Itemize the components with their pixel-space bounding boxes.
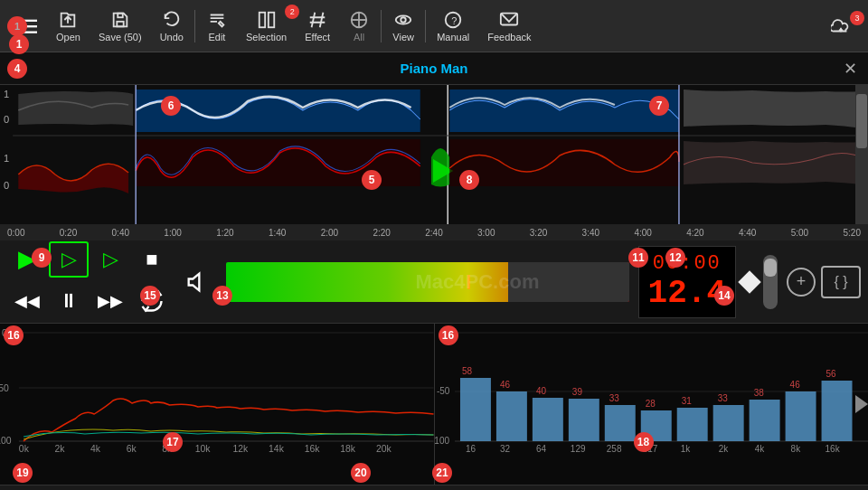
loop-button[interactable]: [132, 283, 172, 319]
svg-text:1k: 1k: [680, 444, 690, 452]
selection-button-wrap: Selection 2: [237, 6, 296, 46]
svg-text:28: 28: [645, 399, 656, 409]
volume-meter[interactable]: [226, 262, 629, 302]
diamond-icon: [738, 270, 760, 293]
timer-bpm: 12.4: [648, 275, 726, 312]
effect-button[interactable]: Effect: [296, 6, 339, 46]
hamburger-button[interactable]: [7, 13, 47, 40]
svg-text:6k: 6k: [127, 444, 137, 452]
time-3-00: 3:00: [477, 228, 495, 238]
bars-svg: -50 -100 58 16 46 32 40 64 39 129 33 258: [435, 324, 869, 452]
view-button-wrap: View: [383, 6, 423, 46]
svg-text:?: ?: [451, 14, 457, 25]
edit-button[interactable]: Edit: [197, 6, 237, 46]
timeline-markers: 0:00 0:20 0:40 1:00 1:20 1:40 2:00 2:20 …: [4, 228, 864, 238]
plus-button[interactable]: +: [787, 268, 816, 297]
svg-rect-3: [117, 21, 123, 26]
svg-text:1: 1: [4, 153, 9, 164]
badge-4: 4: [7, 59, 27, 79]
waveform-scrollbar[interactable]: [855, 85, 868, 224]
svg-text:40: 40: [535, 386, 546, 396]
waveform-area[interactable]: 1 0 1 0: [0, 85, 868, 240]
svg-text:58: 58: [461, 366, 472, 376]
spectrum-svg: 0 -50 -100 0k 2k 4k 6k 8k 10k 12k 14k 16…: [0, 324, 434, 452]
svg-text:2k: 2k: [718, 444, 728, 452]
bars-right-arrow[interactable]: [855, 395, 868, 413]
svg-rect-58: [495, 391, 526, 441]
save-button-wrap: Save (50): [90, 6, 151, 46]
svg-text:39: 39: [571, 387, 582, 397]
bottom-toolbar: ⚙ Spectrum Bars 19 20 21: [0, 485, 868, 490]
manual-label: Manual: [437, 32, 469, 42]
time-4-20: 4:20: [686, 228, 703, 238]
svg-text:18k: 18k: [340, 444, 356, 452]
svg-text:-50: -50: [436, 386, 449, 396]
cloud-button-wrap: 3: [821, 13, 861, 40]
svg-rect-21: [136, 90, 420, 132]
pause-button[interactable]: ⏸: [49, 283, 89, 319]
spectrum-panel: 0 -50 -100 0k 2k 4k 6k 8k 10k 12k 14k 16…: [0, 324, 435, 485]
toolbar-sep3: [425, 10, 426, 42]
time-3-40: 3:40: [582, 228, 599, 238]
svg-rect-1: [17, 25, 37, 27]
svg-point-12: [401, 17, 406, 23]
svg-rect-0: [17, 19, 37, 21]
undo-button[interactable]: Undo: [151, 6, 193, 46]
play-button[interactable]: ▶: [7, 241, 47, 278]
bottom-panels: 0 -50 -100 0k 2k 4k 6k 8k 10k 12k 14k 16…: [0, 324, 868, 485]
toolbar-sep2: [381, 10, 382, 42]
scroll-handle[interactable]: [764, 259, 777, 277]
svg-rect-25: [136, 139, 420, 186]
time-0-20: 0:20: [60, 228, 77, 238]
scrollbar-thumb[interactable]: [856, 94, 867, 148]
manual-button[interactable]: ? Manual: [428, 6, 478, 46]
diamond-area: [741, 274, 758, 290]
svg-text:16k: 16k: [825, 444, 839, 452]
play-controls: ▶ ▷ ▷ ■ ◀◀ ⏸ ▶▶: [7, 241, 172, 323]
time-2-20: 2:20: [373, 228, 390, 238]
all-button[interactable]: All: [339, 6, 379, 46]
svg-text:20k: 20k: [376, 444, 392, 452]
svg-rect-70: [640, 410, 671, 441]
svg-rect-79: [749, 400, 779, 441]
toolbar: 1 Open Save (50) Undo: [0, 0, 868, 52]
open-button[interactable]: Open: [47, 6, 90, 46]
rewind-button[interactable]: ◀◀: [7, 283, 47, 319]
bracket-button[interactable]: { }: [821, 266, 861, 298]
time-1-20: 1:20: [216, 228, 233, 238]
timeline[interactable]: 0:00 0:20 0:40 1:00 1:20 1:40 2:00 2:20 …: [0, 224, 868, 240]
play-out-button[interactable]: ▷: [90, 241, 130, 278]
svg-text:10k: 10k: [195, 444, 212, 452]
stop-button[interactable]: ■: [132, 241, 172, 278]
svg-rect-82: [785, 391, 816, 441]
svg-text:4k: 4k: [90, 444, 101, 452]
svg-text:8k: 8k: [162, 444, 173, 452]
view-button[interactable]: View: [383, 6, 423, 46]
view-label: View: [392, 32, 414, 42]
play-selection-button[interactable]: ▷: [49, 241, 89, 278]
time-5-00: 5:00: [791, 228, 808, 238]
svg-text:0: 0: [4, 114, 9, 125]
svg-text:-100: -100: [435, 436, 449, 446]
effect-label: Effect: [305, 32, 330, 42]
time-0-40: 0:40: [112, 228, 129, 238]
svg-text:56: 56: [826, 369, 836, 379]
scroll-indicator[interactable]: [763, 255, 778, 309]
controls-bar: ▶ ▷ ▷ ■ ◀◀ ⏸ ▶▶ 00:00 12.4: [0, 240, 868, 324]
svg-rect-55: [459, 378, 490, 441]
svg-rect-61: [532, 398, 562, 441]
open-label: Open: [56, 32, 80, 42]
svg-text:46: 46: [789, 380, 800, 390]
fast-forward-button[interactable]: ▶▶: [90, 283, 130, 319]
svg-text:2k: 2k: [54, 444, 65, 452]
feedback-button[interactable]: Feedback: [478, 6, 540, 46]
all-label: All: [354, 32, 364, 42]
mute-button[interactable]: [177, 264, 217, 300]
save-button[interactable]: Save (50): [90, 6, 151, 46]
svg-text:0: 0: [4, 180, 9, 191]
svg-text:12k: 12k: [232, 444, 249, 452]
feedback-label: Feedback: [487, 32, 531, 42]
volume-fill: [508, 262, 629, 302]
close-track-button[interactable]: ✕: [844, 59, 857, 79]
volume-needle: [467, 275, 470, 289]
